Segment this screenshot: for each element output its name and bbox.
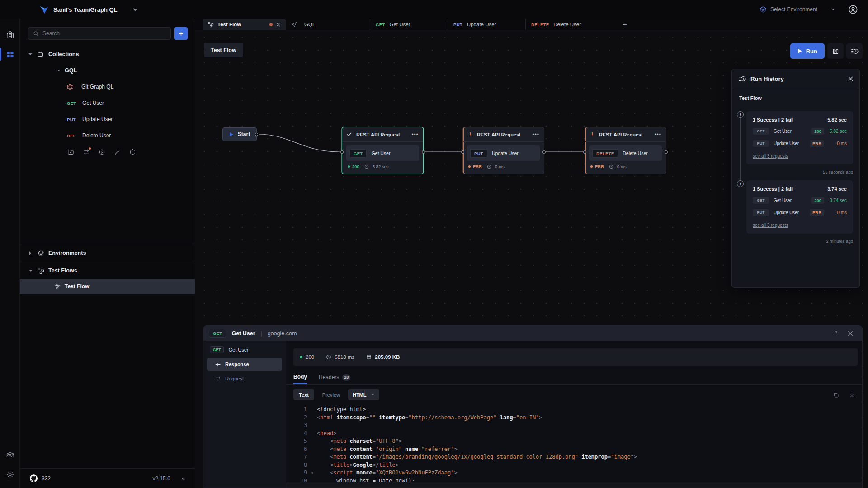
code-line: 6 <meta content="origin" name="referrer"…: [286, 446, 862, 454]
node-menu-icon[interactable]: •••: [532, 131, 539, 138]
nav-item-response[interactable]: Response: [207, 358, 282, 371]
edit-pen-icon[interactable]: [114, 149, 121, 155]
see-all-requests-link[interactable]: see all 3 requests: [753, 154, 788, 159]
sidebar-footer: 332 v2.15.0 «: [20, 468, 195, 488]
run-history-button[interactable]: [846, 43, 863, 59]
output-port[interactable]: [255, 133, 258, 136]
request-name: Get User: [231, 330, 255, 337]
duration: 5.82 sec: [373, 164, 389, 169]
search-input[interactable]: [42, 30, 166, 37]
add-button[interactable]: [174, 27, 188, 40]
search-box[interactable]: [28, 27, 171, 40]
graphql-small-icon[interactable]: [129, 149, 136, 155]
start-label: Start: [238, 131, 250, 137]
run-history-flow-name: Test Flow: [739, 95, 859, 101]
close-icon[interactable]: [848, 331, 853, 336]
output-port[interactable]: [542, 150, 546, 154]
sidebar-section-test-flows[interactable]: Test Flows: [20, 262, 195, 279]
sidebar-item-git-graph-ql[interactable]: Git Graph QL: [20, 79, 195, 95]
node-request[interactable]: GET Get User: [346, 145, 419, 161]
timeline-status-icon: !: [737, 180, 744, 187]
code-scrollbar-track[interactable]: [286, 482, 862, 488]
flow-canvas[interactable]: Test Flow Run: [195, 30, 868, 488]
copy-icon[interactable]: [833, 392, 839, 398]
sidebar-item-update-user[interactable]: PUT Update User: [20, 111, 195, 127]
tab-get-user[interactable]: GET Get User: [370, 19, 448, 30]
save-button[interactable]: [827, 43, 844, 59]
node-menu-icon[interactable]: •••: [411, 131, 419, 138]
sidebar-sections: Environments Test Flows Test Flow: [20, 244, 195, 294]
input-port[interactable]: [340, 150, 344, 154]
view-text-button[interactable]: Text: [293, 389, 314, 400]
request-name: Update User: [774, 210, 810, 215]
code-editor[interactable]: 1<!doctype html>2<html itemscope="" item…: [286, 406, 862, 482]
output-port[interactable]: [665, 150, 668, 154]
sidebar-group-gql[interactable]: GQL: [20, 62, 195, 79]
node-request[interactable]: DELETE Delete User: [589, 145, 662, 161]
user-avatar-icon[interactable]: [848, 5, 858, 14]
node-rest-get[interactable]: REST API Request ••• GET Get User 200 5.…: [342, 127, 424, 174]
code-line: 7 <meta content="/images/branding/google…: [286, 453, 862, 461]
download-icon[interactable]: [849, 392, 855, 398]
sidebar-item-get-user[interactable]: GET Get User: [20, 95, 195, 111]
node-menu-icon[interactable]: •••: [654, 131, 661, 138]
output-port[interactable]: [422, 150, 425, 154]
sidebar-item-collections[interactable]: Collections: [20, 46, 195, 62]
chevron-down-icon[interactable]: [133, 8, 137, 11]
sidebar-section-environments[interactable]: Environments: [20, 244, 195, 262]
method-tag: GET: [376, 22, 385, 27]
expand-icon[interactable]: [832, 331, 838, 336]
environment-selector[interactable]: Select Environment: [760, 6, 835, 13]
tab-label: Get User: [389, 22, 410, 27]
tab-test-flow[interactable]: Test Flow: [203, 19, 286, 30]
workspace-switcher[interactable]: Sanil's Team/Graph QL: [39, 5, 137, 14]
nav-request-header[interactable]: GET Get User: [203, 343, 286, 356]
code-line: 9▾ <script nonce="XQfRO1vw5w2hNuFPzZdaag…: [286, 469, 862, 477]
tab-update-user[interactable]: PUT Update User: [448, 19, 525, 30]
node-rest-delete[interactable]: ! REST API Request ••• DELETE Delete Use…: [585, 127, 666, 174]
see-all-requests-link[interactable]: see all 3 requests: [753, 223, 788, 228]
status-code: ERR: [595, 164, 604, 169]
view-preview-button[interactable]: Preview: [322, 392, 340, 398]
sidebar-item-test-flow[interactable]: Test Flow: [20, 279, 195, 294]
dashboard-icon[interactable]: [0, 44, 20, 64]
nav-item-request[interactable]: Request: [207, 372, 282, 385]
settings-gear-icon[interactable]: [0, 465, 20, 484]
divider: [286, 384, 862, 385]
new-tab-button[interactable]: [616, 19, 634, 30]
tab-delete-user[interactable]: DELETE Delete User: [525, 19, 603, 30]
tab-body[interactable]: Body: [293, 371, 307, 384]
input-port[interactable]: [583, 150, 586, 154]
start-node[interactable]: Start: [222, 127, 257, 141]
community-icon[interactable]: [0, 445, 20, 465]
input-port[interactable]: [461, 150, 464, 154]
nav-label: Response: [225, 361, 249, 367]
node-request[interactable]: PUT Update User: [467, 145, 540, 161]
new-folder-icon[interactable]: [67, 149, 74, 155]
github-icon[interactable]: [30, 474, 38, 482]
tab-gql[interactable]: GQL: [286, 19, 370, 30]
run-card[interactable]: 1 Success | 2 fail 3.74 sec GET Get User…: [746, 180, 853, 234]
method-chip: PUT: [753, 140, 769, 147]
method-chip: DELETE: [592, 149, 618, 158]
flow-icon: [38, 267, 44, 274]
graphql-icon: [66, 84, 73, 90]
tab-headers[interactable]: Headers 18: [319, 371, 350, 384]
home-icon[interactable]: [0, 24, 20, 44]
status-code: 200: [352, 164, 359, 169]
sidebar-item-delete-user[interactable]: DEL Delete User: [20, 127, 195, 144]
unsaved-dot: [269, 23, 273, 26]
run-card[interactable]: 1 Success | 2 fail 5.82 sec GET Get User…: [746, 111, 853, 164]
collapse-sidebar-button[interactable]: «: [182, 475, 185, 482]
close-icon[interactable]: [276, 23, 280, 27]
run-timestamp: 2 minutes ago: [826, 239, 853, 244]
run-total-time: 5.82 sec: [827, 117, 847, 122]
status-circle-icon[interactable]: [99, 149, 105, 155]
format-select[interactable]: HTML: [348, 389, 380, 400]
sync-icon[interactable]: [83, 149, 90, 155]
close-icon[interactable]: [848, 76, 853, 81]
request-name: Get User: [774, 198, 811, 203]
run-button[interactable]: Run: [790, 43, 825, 59]
request-label: Get User: [82, 100, 104, 106]
node-rest-put[interactable]: ! REST API Request ••• PUT Update User E…: [462, 127, 544, 174]
